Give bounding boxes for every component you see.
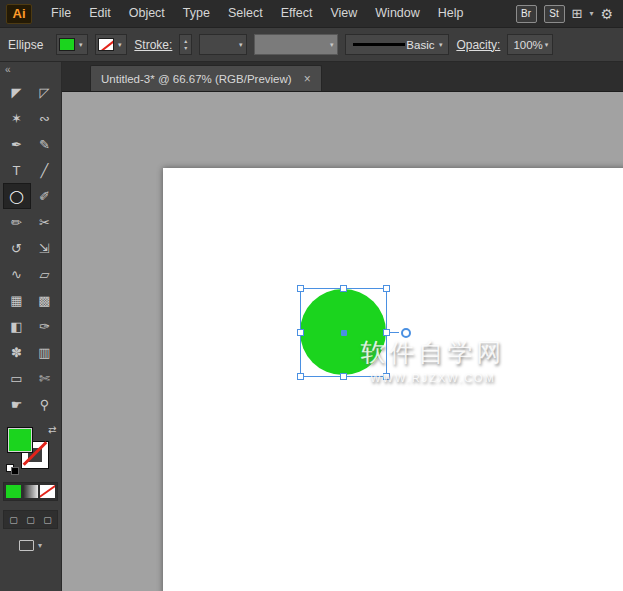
tool-symbol-sprayer[interactable]: ✽ [3, 339, 31, 365]
menu-window[interactable]: Window [366, 0, 428, 27]
handle-w[interactable] [297, 329, 304, 336]
fill-color-swatch[interactable] [59, 38, 75, 51]
selection-icon: ◤ [12, 86, 22, 99]
workspace-chevron-down-icon[interactable]: ▾ [589, 9, 593, 18]
bridge-button[interactable]: Br [516, 5, 537, 23]
hand-icon: ☛ [11, 398, 23, 411]
handle-n[interactable] [340, 285, 347, 292]
stepper-up-icon[interactable]: ▴ [184, 38, 187, 45]
tool-selection[interactable]: ◤ [3, 79, 31, 105]
tool-rotate[interactable]: ↺ [3, 235, 31, 261]
menu-effect[interactable]: Effect [272, 0, 322, 27]
tab-close-icon[interactable]: × [304, 72, 311, 86]
handle-s[interactable] [340, 373, 347, 380]
sync-settings-gear-icon[interactable]: ⚙ [600, 6, 613, 22]
menubar-right: Br St ⊞ ▾ ⚙ [516, 5, 617, 23]
fill-stroke-block: ⇄ [6, 425, 56, 473]
tool-scissors[interactable]: ✂ [31, 209, 59, 235]
handle-nw[interactable] [297, 285, 304, 292]
brush-chevron-down-icon: ▾ [435, 41, 446, 49]
tool-pen[interactable]: ✒ [3, 131, 31, 157]
stroke-panel-link[interactable]: Stroke: [134, 38, 172, 52]
opacity-chevron-down-icon: ▾ [543, 41, 551, 49]
tool-free-transform[interactable]: ▱ [31, 261, 59, 287]
menu-type[interactable]: Type [174, 0, 219, 27]
stroke-width-stepper[interactable]: ▴ ▾ [179, 34, 192, 55]
stepper-down-icon[interactable]: ▾ [184, 45, 187, 52]
canvas-area[interactable]: 软件自学网 WWW.RJZXW.COM [62, 92, 623, 591]
tools-panel: « ◤◸✶∾✒✎T╱◯✐✏✂↺⇲∿▱▦▩◧✑✽▥▭✄☛⚲ ⇄ [0, 62, 62, 591]
opacity-value: 100% [513, 39, 542, 51]
tool-width[interactable]: ∿ [3, 261, 31, 287]
default-stroke-mini [11, 467, 19, 475]
tool-slice[interactable]: ✄ [31, 365, 59, 391]
tool-pencil[interactable]: ✏ [3, 209, 31, 235]
collapse-tools-button[interactable]: « [0, 62, 16, 79]
stroke-width-dropdown[interactable]: ▾ [199, 34, 247, 55]
none-button[interactable] [40, 485, 55, 498]
draw-normal-button[interactable]: ▢ [6, 513, 21, 526]
opacity-dropdown[interactable]: 100% ▾ [507, 34, 553, 55]
app-logo: Ai [6, 4, 32, 24]
tool-lasso[interactable]: ∾ [31, 105, 59, 131]
stroke-color-dropdown[interactable]: ▾ [95, 34, 127, 55]
tool-type[interactable]: T [3, 157, 31, 183]
swap-fill-stroke-icon[interactable]: ⇄ [48, 424, 56, 435]
color-type-row [3, 482, 58, 501]
document-tab-title: Untitled-3* @ 66.67% (RGB/Preview) [101, 73, 292, 85]
menu-view[interactable]: View [321, 0, 366, 27]
tool-magic-wand[interactable]: ✶ [3, 105, 31, 131]
tool-gradient[interactable]: ◧ [3, 313, 31, 339]
toolbar-fill-swatch[interactable] [7, 427, 33, 453]
eyedropper-icon: ✑ [39, 320, 50, 333]
tool-curvature[interactable]: ✎ [31, 131, 59, 157]
gradient-button[interactable] [23, 485, 38, 498]
brush-stroke-preview [353, 43, 405, 46]
tool-hand[interactable]: ☛ [3, 391, 31, 417]
artboard[interactable] [163, 168, 623, 591]
color-button[interactable] [6, 485, 21, 498]
selection-type-label: Ellipse [8, 38, 43, 52]
document-tab[interactable]: Untitled-3* @ 66.67% (RGB/Preview) × [90, 65, 322, 91]
menu-select[interactable]: Select [219, 0, 272, 27]
workspace-switcher-icon[interactable]: ⊞ [572, 7, 583, 20]
tool-scale[interactable]: ⇲ [31, 235, 59, 261]
default-fill-stroke-icon[interactable] [6, 464, 19, 475]
widget-connector-line [389, 332, 399, 333]
stock-button[interactable]: St [544, 5, 565, 23]
handle-se[interactable] [383, 373, 390, 380]
rotate-icon: ↺ [11, 242, 22, 255]
fill-color-dropdown[interactable]: ▾ [56, 34, 88, 55]
menu-file[interactable]: File [42, 0, 80, 27]
draw-inside-button[interactable]: ▢ [40, 513, 55, 526]
draw-behind-button[interactable]: ▢ [23, 513, 38, 526]
center-anchor-point[interactable] [341, 330, 347, 336]
brush-definition-dropdown[interactable]: Basic ▾ [345, 34, 449, 55]
artboard-icon: ▭ [10, 372, 22, 385]
menu-help[interactable]: Help [429, 0, 473, 27]
handle-sw[interactable] [297, 373, 304, 380]
selection-bounding-box [300, 288, 387, 377]
tool-zoom[interactable]: ⚲ [31, 391, 59, 417]
tool-paintbrush[interactable]: ✐ [31, 183, 59, 209]
tool-eyedropper[interactable]: ✑ [31, 313, 59, 339]
menubar-menus: FileEditObjectTypeSelectEffectViewWindow… [42, 0, 473, 27]
menu-edit[interactable]: Edit [80, 0, 120, 27]
mesh-icon: ▩ [38, 294, 50, 307]
tool-artboard[interactable]: ▭ [3, 365, 31, 391]
tools-grid: ◤◸✶∾✒✎T╱◯✐✏✂↺⇲∿▱▦▩◧✑✽▥▭✄☛⚲ [3, 79, 59, 417]
stroke-color-swatch[interactable] [98, 38, 114, 51]
tool-mesh[interactable]: ▩ [31, 287, 59, 313]
handle-ne[interactable] [383, 285, 390, 292]
tool-line-segment[interactable]: ╱ [31, 157, 59, 183]
live-shape-widget[interactable] [401, 328, 411, 338]
stroke-chevron-down-icon: ▾ [114, 41, 125, 49]
screen-mode-button[interactable]: ▾ [19, 540, 42, 551]
menu-object[interactable]: Object [120, 0, 174, 27]
tool-direct-selection[interactable]: ◸ [31, 79, 59, 105]
tool-column-graph[interactable]: ▥ [31, 339, 59, 365]
tool-ellipse[interactable]: ◯ [3, 183, 31, 209]
tool-perspective-grid[interactable]: ▦ [3, 287, 31, 313]
opacity-panel-link[interactable]: Opacity: [456, 38, 500, 52]
screen-mode-icon [19, 540, 34, 551]
